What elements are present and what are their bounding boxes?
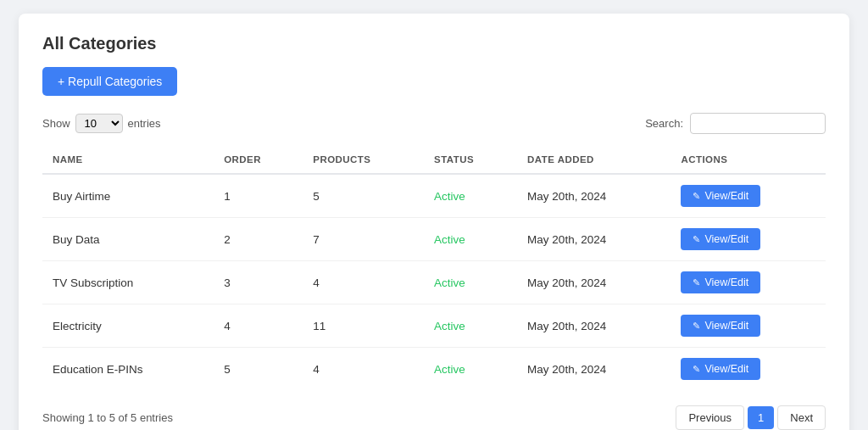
cell-products: 5 [303,174,424,218]
cell-order: 1 [214,174,303,218]
search-group: Search: [645,113,826,134]
table-header-row: NAME ORDER PRODUCTS STATUS DATE ADDED AC… [42,146,826,174]
next-button[interactable]: Next [777,405,826,430]
table-row: Buy Airtime15ActiveMay 20th, 2024✎ View/… [42,174,826,218]
cell-products: 11 [303,304,424,348]
showing-text: Showing 1 to 5 of 5 entries [42,411,173,424]
actions-cell: ✎ View/Edit [670,304,826,348]
cell-status: Active [424,261,517,304]
view-edit-button[interactable]: ✎ View/Edit [681,271,760,293]
actions-cell: ✎ View/Edit [670,218,826,261]
cell-name: Buy Airtime [42,174,214,218]
col-status: STATUS [424,146,517,174]
pagination: Previous 1 Next [676,405,826,430]
pencil-icon: ✎ [693,234,700,245]
actions-cell: ✎ View/Edit [670,348,826,391]
pencil-icon: ✎ [693,191,700,202]
cell-products: 4 [303,261,424,304]
table-footer: Showing 1 to 5 of 5 entries Previous 1 N… [42,405,826,430]
search-label: Search: [645,117,683,130]
cell-name: TV Subscription [42,261,214,304]
cell-status: Active [424,218,517,261]
table-row: Electricity411ActiveMay 20th, 2024✎ View… [42,304,826,348]
categories-card: All Categories + Repull Categories Show … [19,14,849,430]
col-name: NAME [42,146,214,174]
cell-order: 3 [214,261,303,304]
show-label: Show [42,117,70,130]
cell-name: Education E-PINs [42,348,214,391]
cell-products: 4 [303,348,424,391]
view-edit-button[interactable]: ✎ View/Edit [681,358,760,380]
table-row: TV Subscription34ActiveMay 20th, 2024✎ V… [42,261,826,304]
previous-button[interactable]: Previous [676,405,744,430]
col-date-added: DATE ADDED [517,146,670,174]
view-edit-button[interactable]: ✎ View/Edit [681,315,760,337]
table-row: Education E-PINs54ActiveMay 20th, 2024✎ … [42,348,826,391]
view-edit-button[interactable]: ✎ View/Edit [681,228,760,250]
cell-order: 4 [214,304,303,348]
entries-select[interactable]: 10 25 50 100 [75,114,123,133]
cell-date-added: May 20th, 2024 [517,261,670,304]
col-order: ORDER [214,146,303,174]
actions-cell: ✎ View/Edit [670,174,826,218]
pencil-icon: ✎ [693,277,700,288]
view-edit-button[interactable]: ✎ View/Edit [681,185,760,207]
pencil-icon: ✎ [693,321,700,332]
cell-order: 5 [214,348,303,391]
toolbar: Show 10 25 50 100 entries Search: [42,113,826,134]
col-products: PRODUCTS [303,146,424,174]
cell-order: 2 [214,218,303,261]
col-actions: ACTIONS [670,146,826,174]
page-title: All Categories [42,34,826,53]
entries-label: entries [128,117,161,130]
current-page-button[interactable]: 1 [748,406,774,429]
table-row: Buy Data27ActiveMay 20th, 2024✎ View/Edi… [42,218,826,261]
cell-date-added: May 20th, 2024 [517,304,670,348]
cell-status: Active [424,304,517,348]
repull-categories-button[interactable]: + Repull Categories [42,67,177,96]
cell-status: Active [424,348,517,391]
categories-table: NAME ORDER PRODUCTS STATUS DATE ADDED AC… [42,146,826,390]
cell-date-added: May 20th, 2024 [517,348,670,391]
search-input[interactable] [690,113,826,134]
pencil-icon: ✎ [693,364,700,375]
cell-date-added: May 20th, 2024 [517,174,670,218]
cell-name: Electricity [42,304,214,348]
cell-name: Buy Data [42,218,214,261]
show-entries-group: Show 10 25 50 100 entries [42,114,161,133]
actions-cell: ✎ View/Edit [670,261,826,304]
cell-date-added: May 20th, 2024 [517,218,670,261]
cell-products: 7 [303,218,424,261]
cell-status: Active [424,174,517,218]
